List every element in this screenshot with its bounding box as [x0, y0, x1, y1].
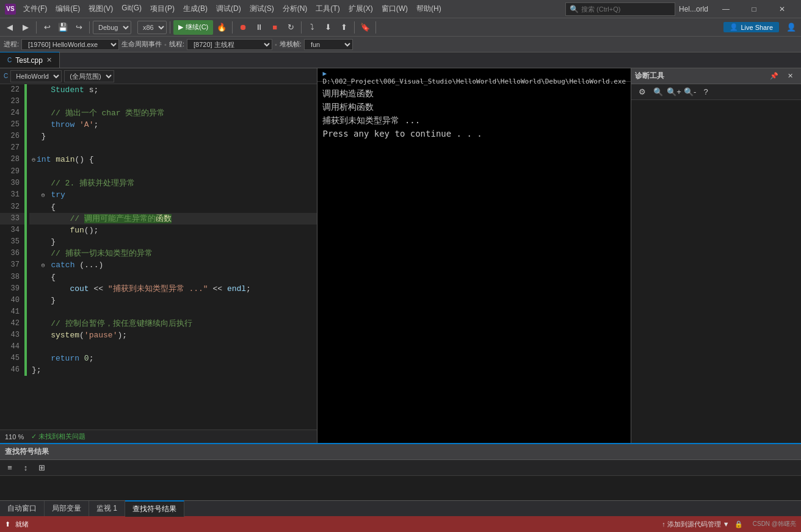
continue-button[interactable]: ▶ 继续(C)	[173, 20, 213, 35]
save-button[interactable]: 💾	[56, 20, 70, 35]
menu-build[interactable]: 生成(B)	[179, 2, 211, 15]
code-line-30: 30 // 2. 捕获并处理异常	[0, 178, 317, 189]
thread-label: 线程:	[169, 40, 184, 49]
tab-label: Test.cpp	[15, 56, 43, 65]
window-title: Hel...orld	[679, 5, 708, 13]
menu-edit[interactable]: 编辑(E)	[52, 2, 84, 15]
step-into-btn[interactable]: ⬇	[321, 20, 335, 35]
minimize-button[interactable]: —	[712, 0, 740, 18]
menu-test[interactable]: 测试(S)	[246, 2, 278, 15]
diag-toolbar-btns: 📌 ✕	[767, 69, 797, 84]
live-share-button[interactable]: 👤 Live Share	[723, 22, 779, 32]
menu-tools[interactable]: 工具(T)	[312, 2, 343, 15]
diag-search-btn[interactable]: 🔍	[651, 85, 665, 99]
menu-extend[interactable]: 扩展(X)	[345, 2, 377, 15]
diag-help-btn[interactable]: ?	[698, 85, 713, 99]
close-button[interactable]: ✕	[768, 0, 796, 18]
code-line-23: 23	[0, 96, 317, 107]
diag-pin-btn[interactable]: 📌	[767, 69, 781, 84]
pause-btn[interactable]: ⏸	[252, 20, 266, 35]
code-line-45: 45 return 0;	[0, 353, 317, 364]
menu-view[interactable]: 视图(V)	[85, 2, 117, 15]
lifecycle-label: 生命周期事件	[121, 40, 162, 49]
diag-zoom-in-btn[interactable]: 🔍+	[667, 85, 681, 99]
find-toolbar: ≡ ↕ ⊞	[0, 460, 801, 476]
account-icon[interactable]: 👤	[784, 20, 799, 35]
console-path: ▶ D:\002_Project\006_Visual_Studio\Hello…	[317, 68, 631, 82]
code-line-26: 26 }	[0, 131, 317, 142]
diag-zoom-out-btn[interactable]: 🔍-	[683, 85, 697, 99]
stop-btn[interactable]: ■	[267, 20, 282, 35]
diag-close-btn[interactable]: ✕	[783, 69, 797, 84]
menu-window[interactable]: 窗口(W)	[378, 2, 411, 15]
code-line-36: 36 // 捕获一切未知类型的异常	[0, 248, 317, 259]
menu-file[interactable]: 文件(F)	[20, 2, 51, 15]
watermark: CSDN @韩曙亮	[753, 520, 796, 528]
scope-selector[interactable]: (全局范围)	[64, 70, 114, 82]
thread-select[interactable]: [8720] 主线程	[187, 39, 272, 50]
menu-analyze[interactable]: 分析(N)	[279, 2, 311, 15]
undo-button[interactable]: ↩	[40, 20, 54, 35]
tab-bar: C Test.cpp ✕	[0, 52, 801, 68]
fire-icon-btn[interactable]: 🔥	[214, 20, 229, 35]
code-line-33: 33 // 调用可能产生异常的函数	[0, 213, 317, 225]
code-line-22: 22 Student s;	[0, 84, 317, 96]
search-input[interactable]	[581, 5, 667, 13]
find-list-btn[interactable]: ≡	[2, 461, 17, 475]
stack-select[interactable]: fun	[304, 39, 353, 50]
bottom-area: 查找符号结果 ≡ ↕ ⊞ 自动窗口 局部变量 监视 1 查找符号结果	[0, 443, 801, 516]
tab-auto-window[interactable]: 自动窗口	[0, 501, 45, 516]
continue-label: 继续(C)	[186, 23, 208, 32]
diag-title: 诊断工具	[635, 71, 664, 81]
code-line-24: 24 // 抛出一个 char 类型的异常	[0, 107, 317, 119]
editor-header: C HelloWorld (全局范围)	[0, 68, 317, 84]
tab-close-button[interactable]: ✕	[46, 56, 52, 64]
back-button[interactable]: ◀	[2, 20, 17, 35]
code-line-29: 29	[0, 166, 317, 178]
diagnostics-header: 诊断工具 📌 ✕	[631, 68, 801, 84]
code-line-38: 38 {	[0, 271, 317, 283]
process-label: 进程:	[4, 40, 19, 49]
platform-select[interactable]: x86	[137, 21, 167, 34]
code-line-39: 39 cout << "捕获到未知类型异常 ..." << endl;	[0, 283, 317, 295]
search-icon: 🔍	[570, 5, 579, 13]
process-select[interactable]: [19760] HelloWorld.exe	[21, 39, 119, 50]
diag-settings-btn[interactable]: ⚙	[635, 85, 650, 99]
code-content[interactable]: 22 Student s; 23 24 // 抛出一个 char 类型的异常 2…	[0, 84, 317, 430]
debug-config-select[interactable]: Debug	[93, 21, 131, 34]
menu-git[interactable]: Git(G)	[118, 2, 145, 15]
console-path-icon: ▶	[322, 70, 327, 77]
forward-button[interactable]: ▶	[18, 20, 33, 35]
code-line-40: 40 }	[0, 295, 317, 306]
find-sort-btn[interactable]: ↕	[18, 461, 33, 475]
zoom-level: 110 %	[5, 433, 24, 440]
bookmark-btn[interactable]: 🔖	[358, 20, 372, 35]
code-line-28: 28 ⊖int main() {	[0, 154, 317, 166]
file-selector[interactable]: HelloWorld	[10, 70, 62, 82]
restart-btn[interactable]: ↻	[283, 20, 298, 35]
find-results-title: 查找符号结果	[5, 447, 49, 457]
tab-watch1[interactable]: 监视 1	[89, 501, 125, 516]
menu-help[interactable]: 帮助(H)	[413, 2, 445, 15]
redo-button[interactable]: ↪	[71, 20, 86, 35]
maximize-button[interactable]: □	[740, 0, 768, 18]
console-line-4: Press any key to continue . . .	[322, 127, 626, 140]
git-icon: ⬆	[5, 520, 10, 528]
status-left: ⬆ 就绪	[5, 520, 29, 529]
menu-debug[interactable]: 调试(D)	[212, 2, 245, 15]
sep3	[170, 21, 170, 34]
add-to-source-control[interactable]: ↑ 添加到源代码管理 ▼	[662, 520, 730, 529]
menu-bar: 文件(F) 编辑(E) 视图(V) Git(G) 项目(P) 生成(B) 调试(…	[20, 2, 557, 15]
tab-locals[interactable]: 局部变量	[45, 501, 89, 516]
step-out-btn[interactable]: ⬆	[336, 20, 351, 35]
find-grid-btn[interactable]: ⊞	[34, 461, 49, 475]
menu-project[interactable]: 项目(P)	[147, 2, 178, 15]
sep5	[301, 21, 302, 34]
tab-test-cpp[interactable]: C Test.cpp ✕	[0, 52, 60, 68]
ready-status: 就绪	[15, 520, 29, 529]
record-btn[interactable]: ⏺	[236, 20, 250, 35]
tab-find-symbol-results[interactable]: 查找符号结果	[125, 500, 184, 517]
app-icon: VS	[5, 4, 16, 15]
step-over-btn[interactable]: ⤵	[305, 20, 319, 35]
find-results-header: 查找符号结果	[0, 444, 801, 460]
